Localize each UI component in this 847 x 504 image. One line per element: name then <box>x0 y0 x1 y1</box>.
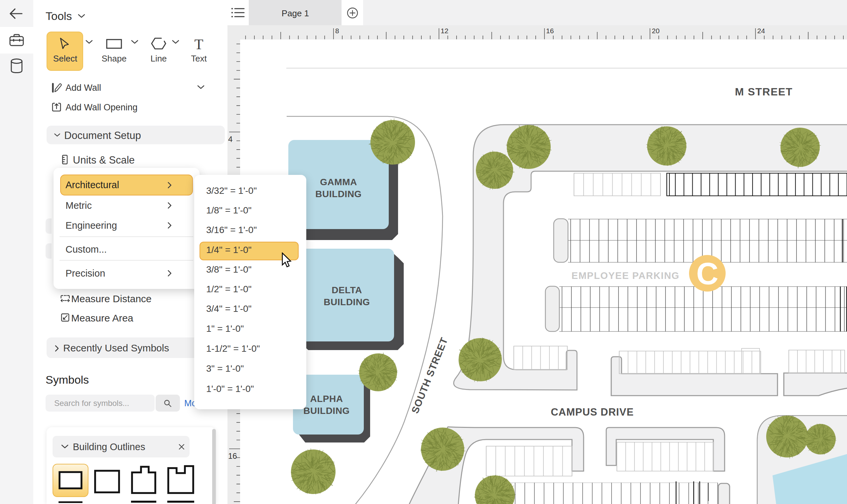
svg-text:BUILDING: BUILDING <box>324 297 370 307</box>
svg-text:16: 16 <box>546 27 554 35</box>
svg-text:20: 20 <box>652 27 660 35</box>
svg-text:GAMMA: GAMMA <box>320 177 357 187</box>
svg-text:4: 4 <box>228 134 232 144</box>
svg-text:BUILDING: BUILDING <box>315 189 361 199</box>
svg-text:M STREET: M STREET <box>735 86 793 98</box>
svg-text:CAMPUS DRIVE: CAMPUS DRIVE <box>551 406 634 418</box>
svg-text:SOUTH STREET: SOUTH STREET <box>409 336 450 415</box>
svg-text:12: 12 <box>440 27 448 35</box>
svg-text:24: 24 <box>757 27 765 35</box>
svg-text:ALPHA: ALPHA <box>310 394 343 404</box>
svg-text:DELTA: DELTA <box>331 285 362 295</box>
svg-text:BUILDING: BUILDING <box>303 406 349 416</box>
svg-text:C: C <box>696 257 718 291</box>
svg-text:8: 8 <box>335 27 339 35</box>
svg-text:16: 16 <box>228 451 237 461</box>
svg-text:EMPLOYEE PARKING: EMPLOYEE PARKING <box>572 270 680 281</box>
